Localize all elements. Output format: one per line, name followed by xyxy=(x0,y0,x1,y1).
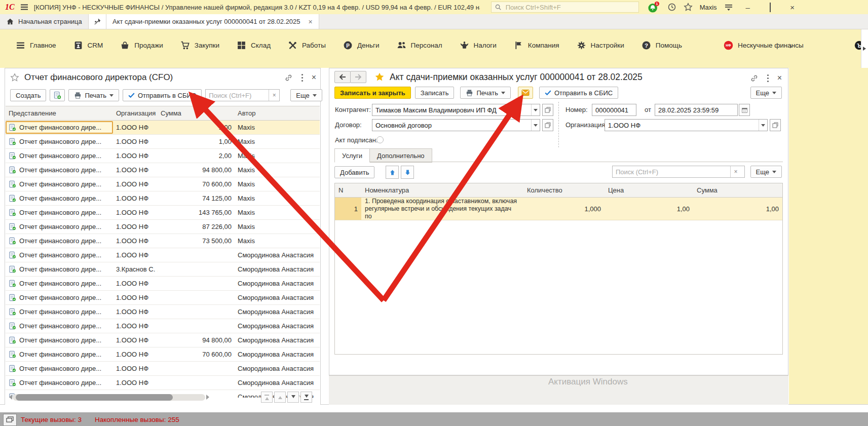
tab-home[interactable]: Начальная страница xyxy=(0,14,89,29)
date-field[interactable] xyxy=(655,104,738,116)
left-search-input[interactable] xyxy=(206,92,269,99)
ribbon-item-crm[interactable]: CRM xyxy=(65,41,112,50)
ribbon-item-money[interactable]: Р Деньги xyxy=(334,41,388,50)
table-row[interactable]: Отчет финансового дире... 1.ООО НФ Сморо… xyxy=(6,277,320,291)
table-row[interactable]: Отчет финансового дире... 1.ООО НФ Сморо… xyxy=(6,248,320,262)
horizontal-scrollbar[interactable] xyxy=(13,394,205,401)
table-row[interactable]: Отчет финансового дире... 1.ООО НФ 70 60… xyxy=(6,347,320,362)
move-down-button[interactable] xyxy=(401,166,414,179)
favorite-star-outline-icon[interactable] xyxy=(10,73,19,82)
get-link-icon[interactable] xyxy=(284,73,293,82)
save-button[interactable]: Записать xyxy=(415,87,455,99)
counterparty-field[interactable] xyxy=(372,104,540,116)
table-row[interactable]: Отчет финансового дире... 1.ООО НФ 1,00 … xyxy=(6,135,320,149)
contract-input[interactable] xyxy=(372,122,531,129)
dropdown-caret-icon[interactable] xyxy=(759,120,767,131)
create-button[interactable]: Создать xyxy=(10,89,46,101)
move-up-button[interactable] xyxy=(386,166,399,179)
column-sum[interactable]: Сумма xyxy=(693,186,782,194)
table-row[interactable]: Отчет финансового дире... 1.ООО НФ Сморо… xyxy=(6,319,320,333)
calendar-button[interactable] xyxy=(739,104,750,116)
column-organization[interactable]: Организация xyxy=(113,109,158,117)
save-and-close-button[interactable]: Записать и закрыть xyxy=(334,87,411,99)
nav-forward-button[interactable] xyxy=(350,71,366,83)
global-search-input[interactable] xyxy=(505,3,623,12)
scroll-right-icon[interactable] xyxy=(205,394,212,401)
current-user[interactable]: Maxis xyxy=(700,4,717,11)
ribbon-item-warehouse[interactable]: Склад xyxy=(228,41,279,50)
open-counterparty-button[interactable] xyxy=(542,104,553,116)
ribbon-overflow-chevron[interactable]: › xyxy=(789,42,792,50)
get-link-icon[interactable] xyxy=(750,74,759,83)
table-row[interactable]: Отчет финансового дире... 1.ООО НФ Сморо… xyxy=(6,362,320,376)
notifications-bell-icon[interactable]: 1 xyxy=(647,1,660,13)
column-n[interactable]: N xyxy=(335,186,361,194)
add-item-button[interactable]: Добавить xyxy=(334,166,374,178)
column-representation[interactable]: Представление xyxy=(6,109,113,117)
clear-search-icon[interactable]: × xyxy=(730,166,741,177)
ribbon-item-nf[interactable]: НФ Нескучные финансы xyxy=(715,41,812,50)
clear-search-icon[interactable]: × xyxy=(269,90,279,101)
number-field[interactable] xyxy=(592,104,636,116)
number-input[interactable] xyxy=(592,106,636,114)
scroll-left-icon[interactable] xyxy=(6,394,13,401)
favorite-star-filled-icon[interactable] xyxy=(374,72,385,82)
column-nomenclature[interactable]: Номенклатура xyxy=(361,186,523,194)
minimize-button[interactable]: – xyxy=(740,3,756,12)
go-down-button[interactable] xyxy=(287,392,299,403)
table-row[interactable]: Отчет финансового дире... 1.ООО НФ Сморо… xyxy=(6,376,320,390)
column-sum[interactable]: Сумма xyxy=(158,109,235,117)
ribbon-item-taxes[interactable]: Налоги xyxy=(451,41,505,50)
items-table-header[interactable]: N Номенклатура Количество Цена Сумма xyxy=(335,183,782,198)
nav-back-button[interactable] xyxy=(334,71,351,83)
left-table-header[interactable]: Представление Организация Сумма Автор xyxy=(6,106,320,121)
date-input[interactable] xyxy=(655,106,737,114)
close-panel-icon[interactable]: × xyxy=(312,73,316,82)
left-search-box[interactable]: × xyxy=(205,89,280,101)
close-window-button[interactable]: × xyxy=(785,3,800,12)
items-search-input[interactable] xyxy=(613,168,730,176)
column-quantity[interactable]: Количество xyxy=(523,186,605,194)
right-more-button[interactable]: Еще xyxy=(750,87,782,99)
tab-services[interactable]: Услуги xyxy=(334,148,370,163)
table-row[interactable]: Отчет финансового дире... 1.ООО НФ Сморо… xyxy=(6,305,320,319)
tab-act-document[interactable]: Акт сдачи-приемки оказанных услуг 000000… xyxy=(106,14,319,29)
table-row[interactable]: Отчет финансового дире... 1.ООО НФ Сморо… xyxy=(6,291,320,305)
close-panel-icon[interactable]: × xyxy=(777,73,782,83)
table-row[interactable]: Отчет финансового дире... 1.ООО НФ 70 60… xyxy=(6,177,320,191)
restore-button[interactable] xyxy=(763,3,778,12)
ribbon-item-staff[interactable]: Персонал xyxy=(388,41,451,50)
right-send-to-sbis-button[interactable]: Отправить в СБИС xyxy=(539,87,618,99)
more-dots-icon[interactable] xyxy=(767,74,769,83)
items-more-button[interactable]: Еще xyxy=(750,166,782,178)
column-author[interactable]: Автор xyxy=(235,109,320,117)
tab-close-icon[interactable]: × xyxy=(309,18,313,26)
table-row[interactable]: Отчет финансового дире... 1.ООО НФ 1,00 … xyxy=(6,121,320,135)
contract-field[interactable] xyxy=(372,119,540,131)
global-search-box[interactable] xyxy=(491,2,639,13)
ribbon-item-works[interactable]: Работы xyxy=(279,41,334,50)
ribbon-item-sales[interactable]: Продажи xyxy=(111,41,171,50)
item-row[interactable]: 1 1. Проведена координация с наставником… xyxy=(335,198,782,220)
ribbon-item-main[interactable]: Главное xyxy=(7,41,65,50)
left-send-to-sbis-button[interactable]: Отправить в СБИС xyxy=(123,89,202,101)
server-calls-icon[interactable] xyxy=(3,414,17,426)
pin-tab-button[interactable] xyxy=(89,14,106,29)
table-row[interactable]: Отчет финансового дире... 1.ООО НФ 74 12… xyxy=(6,191,320,206)
table-row[interactable]: Отчет финансового дире... 1.ООО НФ 94 80… xyxy=(6,163,320,177)
table-row[interactable]: Отчет финансового дире... 1.ООО НФ 143 7… xyxy=(6,206,320,220)
ribbon-item-help[interactable]: ? Помощь xyxy=(633,41,691,50)
items-search-box[interactable]: × xyxy=(612,166,745,178)
go-last-button[interactable] xyxy=(300,392,312,403)
table-row[interactable]: Отчет финансового дире... 1.ООО НФ 2,00 … xyxy=(6,149,320,163)
items-table-empty-area[interactable] xyxy=(335,220,782,354)
ribbon-item-settings[interactable]: Настройки xyxy=(568,41,633,50)
tab-additional[interactable]: Дополнительно xyxy=(370,148,432,163)
more-dots-icon[interactable] xyxy=(301,73,304,82)
service-menu-icon[interactable] xyxy=(724,3,733,11)
table-row[interactable]: Отчет финансового дире... 1.ООО НФ 94 80… xyxy=(6,333,320,347)
dropdown-caret-icon[interactable] xyxy=(531,104,540,115)
create-copy-button[interactable] xyxy=(50,89,65,101)
table-row[interactable]: Отчет финансового дире... 1.ООО НФ 73 50… xyxy=(6,234,320,248)
favorites-star-icon[interactable] xyxy=(684,3,693,12)
